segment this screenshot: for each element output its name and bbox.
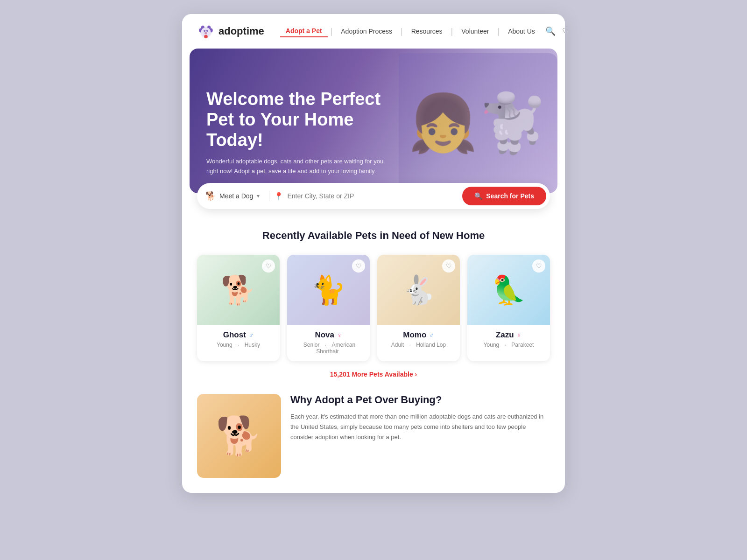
dog-icon: 🐕 xyxy=(205,191,216,201)
why-text: Each year, it's estimated that more than… xyxy=(290,412,550,442)
search-btn-label: Search for Pets xyxy=(486,192,534,200)
pet-separator: · xyxy=(409,342,412,348)
why-title: Why Adopt a Pet Over Buying? xyxy=(290,394,550,406)
svg-point-8 xyxy=(204,32,207,34)
pets-section-title: Recently Available Pets in Need of New H… xyxy=(197,230,550,242)
pet-card[interactable]: 🦜 ♡ Zazu ♀ Young · Parakeet xyxy=(467,255,550,361)
pet-type-select[interactable]: 🐕 Meet a Dog ▾ xyxy=(205,188,264,204)
svg-point-6 xyxy=(204,30,205,32)
nav-divider-3: | xyxy=(451,27,453,36)
location-input[interactable] xyxy=(287,192,462,200)
svg-point-9 xyxy=(204,35,208,39)
pet-image: 🦜 ♡ xyxy=(467,255,550,325)
more-pets-link[interactable]: 15,201 More Pets Available › xyxy=(197,371,550,378)
nav-divider-1: | xyxy=(331,27,333,36)
favorite-button[interactable]: ♡ xyxy=(352,259,365,273)
hero-illustration: 👧🐩 xyxy=(399,53,557,193)
pet-name-row: Momo ♂ xyxy=(384,330,453,340)
search-icon: 🔍 xyxy=(474,192,482,200)
pet-name: Nova xyxy=(315,330,334,340)
pet-name-row: Zazu ♀ xyxy=(474,330,543,340)
nav-about-us[interactable]: About Us xyxy=(502,26,541,37)
more-pets-arrow: › xyxy=(415,371,417,378)
pet-info: Momo ♂ Adult · Holland Lop xyxy=(377,325,460,355)
nav-adoption-process[interactable]: Adoption Process xyxy=(335,26,398,37)
nav-adopt-pet[interactable]: Adopt a Pet xyxy=(280,25,328,37)
favorite-button[interactable]: ♡ xyxy=(262,259,275,273)
pet-separator: · xyxy=(238,342,241,348)
svg-point-7 xyxy=(206,30,208,32)
nav-divider-4: | xyxy=(497,27,500,36)
pet-name-row: Ghost ♂ xyxy=(204,330,273,340)
search-divider xyxy=(269,191,269,201)
search-button[interactable]: 🔍 xyxy=(545,26,556,36)
pet-image: 🐕 ♡ xyxy=(197,255,280,325)
logo-text: adoptime xyxy=(218,25,264,37)
pet-separator: · xyxy=(505,342,508,348)
pet-gender-icon: ♂ xyxy=(249,331,254,339)
pet-details: Adult · Holland Lop xyxy=(384,342,453,348)
logo-icon xyxy=(197,22,215,40)
nav-divider-2: | xyxy=(401,27,403,36)
pets-grid: 🐕 ♡ Ghost ♂ Young · Husky 🐈 xyxy=(197,255,550,361)
nav-links: Adopt a Pet | Adoption Process | Resourc… xyxy=(280,25,541,37)
favorites-button[interactable]: ♡ xyxy=(562,26,565,36)
hero-image: 👧🐩 xyxy=(399,53,557,193)
pet-info: Zazu ♀ Young · Parakeet xyxy=(467,325,550,355)
pet-emoji: 🐕 xyxy=(221,273,256,307)
pet-breed: Husky xyxy=(245,342,260,348)
search-location: 📍 xyxy=(274,192,462,201)
pet-gender-icon: ♀ xyxy=(517,331,522,339)
why-dog-image: 🐕 xyxy=(197,394,281,478)
pets-section: Recently Available Pets in Need of New H… xyxy=(182,209,565,389)
pet-age: Young xyxy=(484,342,500,348)
pet-emoji: 🦜 xyxy=(491,273,526,307)
pet-card[interactable]: 🐇 ♡ Momo ♂ Adult · Holland Lop xyxy=(377,255,460,361)
pet-gender-icon: ♂ xyxy=(429,331,434,339)
pet-card[interactable]: 🐈 ♡ Nova ♀ Senior · American Shorthair xyxy=(287,255,370,361)
nav-actions: 🔍 ♡ Sign In xyxy=(545,24,565,39)
nav-resources[interactable]: Resources xyxy=(406,26,448,37)
favorite-button[interactable]: ♡ xyxy=(532,259,545,273)
hero-section: Welcome the Perfect Pet to Your Home Tod… xyxy=(190,49,557,193)
pet-info: Ghost ♂ Young · Husky xyxy=(197,325,280,355)
chevron-down-icon: ▾ xyxy=(257,193,260,199)
pet-emoji: 🐇 xyxy=(401,273,436,307)
pet-age: Adult xyxy=(391,342,404,348)
search-pets-button[interactable]: 🔍 Search for Pets xyxy=(462,187,546,205)
why-content: Why Adopt a Pet Over Buying? Each year, … xyxy=(290,394,550,442)
pet-details: Young · Parakeet xyxy=(474,342,543,348)
logo: adoptime xyxy=(197,22,264,40)
main-card: adoptime Adopt a Pet | Adoption Process … xyxy=(182,14,565,493)
pet-info: Nova ♀ Senior · American Shorthair xyxy=(287,325,370,361)
pet-emoji: 🐈 xyxy=(311,273,346,307)
pet-breed: Parakeet xyxy=(511,342,534,348)
pet-age: Young xyxy=(217,342,233,348)
dog-illustration: 🐕 xyxy=(216,414,262,458)
search-bar: 🐕 Meet a Dog ▾ 📍 🔍 Search for Pets xyxy=(197,183,550,209)
pet-age: Senior xyxy=(303,342,320,348)
more-pets-count: 15,201 More Pets Available xyxy=(330,371,413,378)
nav-volunteer[interactable]: Volunteer xyxy=(456,26,494,37)
why-adopt-section: 🐕 Why Adopt a Pet Over Buying? Each year… xyxy=(182,389,565,493)
hero-subtitle: Wonderful adoptable dogs, cats and other… xyxy=(206,157,388,176)
pet-image: 🐈 ♡ xyxy=(287,255,370,325)
pet-breed: American Shorthair xyxy=(316,342,355,355)
pet-name: Zazu xyxy=(496,330,514,340)
hero-title: Welcome the Perfect Pet to Your Home Tod… xyxy=(206,89,388,150)
pet-gender-icon: ♀ xyxy=(337,331,342,339)
navbar: adoptime Adopt a Pet | Adoption Process … xyxy=(182,14,565,49)
pet-name: Momo xyxy=(403,330,426,340)
location-pin-icon: 📍 xyxy=(274,192,283,201)
hero-content: Welcome the Perfect Pet to Your Home Tod… xyxy=(190,69,404,193)
pet-card[interactable]: 🐕 ♡ Ghost ♂ Young · Husky xyxy=(197,255,280,361)
pet-name-row: Nova ♀ xyxy=(294,330,363,340)
pet-breed: Holland Lop xyxy=(416,342,446,348)
pet-name: Ghost xyxy=(223,330,246,340)
favorite-button[interactable]: ♡ xyxy=(442,259,455,273)
pet-image: 🐇 ♡ xyxy=(377,255,460,325)
pet-details: Senior · American Shorthair xyxy=(294,342,363,355)
pet-details: Young · Husky xyxy=(204,342,273,348)
pet-separator: · xyxy=(325,342,328,348)
pet-type-label: Meet a Dog xyxy=(219,192,253,200)
